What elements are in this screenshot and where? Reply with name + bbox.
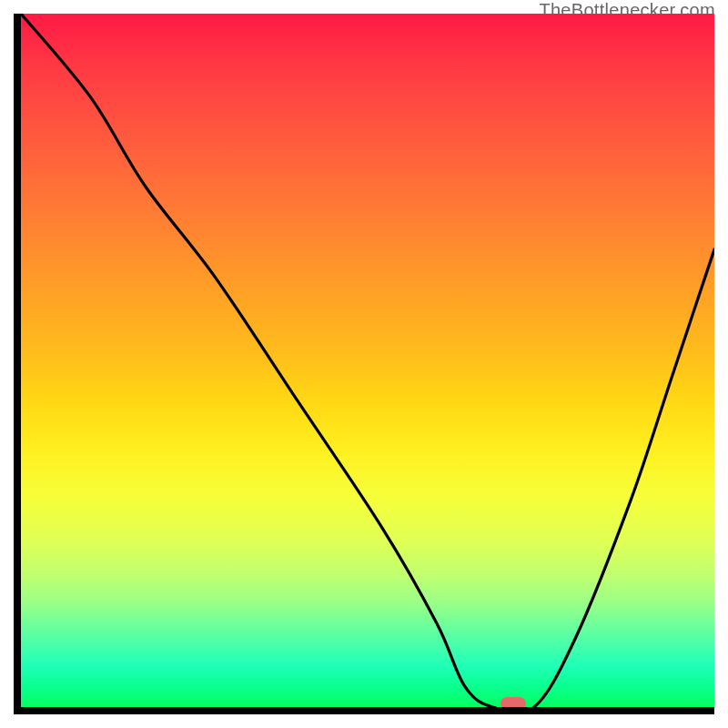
bottleneck-curve: [21, 14, 714, 707]
curve-path: [21, 14, 714, 707]
plot-area: [21, 14, 714, 707]
optimal-marker: [500, 697, 526, 707]
chart-frame: TheBottlenecker.com: [0, 0, 728, 728]
